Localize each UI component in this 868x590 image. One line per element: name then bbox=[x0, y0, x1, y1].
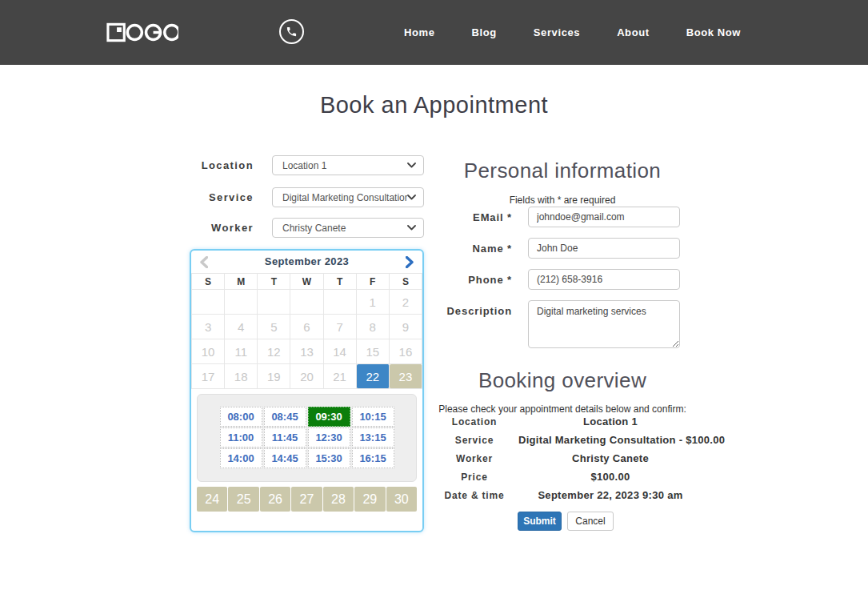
booking-overview-rows: LocationLocation 1ServiceDigital Marketi… bbox=[430, 415, 702, 508]
booking-overview-buttons: Submit Cancel bbox=[518, 512, 614, 531]
time-slot-grid: 08:0008:4509:3010:1511:0011:4512:3013:15… bbox=[220, 407, 394, 468]
calendar-week-row: 12 bbox=[192, 290, 422, 315]
service-row: ServiceDigital Marketing Consultation bbox=[158, 187, 424, 207]
calendar-header: September 2023 bbox=[191, 251, 422, 273]
worker-selected-value: Christy Canete bbox=[282, 223, 407, 234]
calendar-day-18: 18 bbox=[225, 364, 258, 389]
time-slot-14-45[interactable]: 14:45 bbox=[264, 448, 306, 468]
phone-handset-icon bbox=[286, 26, 298, 38]
overview-row-price: Price$100.00 bbox=[430, 471, 702, 483]
time-slot-16-15[interactable]: 16:15 bbox=[352, 448, 394, 468]
nav-link-blog[interactable]: Blog bbox=[472, 26, 497, 38]
calendar-day-3: 3 bbox=[192, 315, 225, 339]
logo-icon bbox=[106, 21, 178, 44]
phone-field[interactable] bbox=[528, 269, 680, 290]
service-label: Service bbox=[158, 191, 254, 203]
location-selected-value: Location 1 bbox=[282, 160, 407, 171]
location-select[interactable]: Location 1 bbox=[272, 155, 424, 175]
service-selected-value: Digital Marketing Consultation bbox=[282, 192, 407, 203]
overview-label-date-time: Date & time bbox=[430, 490, 518, 501]
time-slot-13-15[interactable]: 13:15 bbox=[352, 427, 394, 448]
calendar-week-row: 10111213141516 bbox=[192, 339, 422, 364]
calendar-day-22[interactable]: 22 bbox=[357, 364, 390, 389]
calendar-day-24[interactable]: 24 bbox=[197, 487, 227, 512]
worker-row: WorkerChristy Canete bbox=[158, 218, 424, 238]
phone-row: Phone * bbox=[400, 269, 680, 290]
calendar-weeks: 1234567891011121314151617181920212223 bbox=[192, 290, 422, 389]
time-slot-08-45[interactable]: 08:45 bbox=[264, 407, 306, 427]
overview-value-price: $100.00 bbox=[518, 471, 702, 483]
time-slot-11-45[interactable]: 11:45 bbox=[264, 427, 306, 448]
calendar-day-27[interactable]: 27 bbox=[291, 487, 322, 512]
time-slot-12-30[interactable]: 12:30 bbox=[308, 427, 350, 448]
overview-row-worker: WorkerChristy Canete bbox=[430, 452, 702, 464]
description-row: Description Digital marketing services bbox=[400, 300, 680, 348]
overview-label-worker: Worker bbox=[430, 453, 518, 464]
calendar-day-29[interactable]: 29 bbox=[354, 487, 385, 512]
calendar-day-11: 11 bbox=[225, 339, 258, 364]
main-nav: HomeBlogServicesAboutBook Now bbox=[404, 0, 741, 65]
name-row: Name * bbox=[400, 238, 680, 259]
service-select[interactable]: Digital Marketing Consultation bbox=[272, 187, 424, 207]
nav-link-book-now[interactable]: Book Now bbox=[686, 26, 741, 38]
name-field[interactable] bbox=[528, 238, 680, 259]
email-field[interactable] bbox=[528, 207, 680, 227]
email-row: EMail * bbox=[400, 207, 680, 227]
location-row: LocationLocation 1 bbox=[158, 155, 424, 175]
overview-row-date-time: Date & timeSeptember 22, 2023 9:30 am bbox=[430, 489, 702, 501]
calendar-week-row: 17181920212223 bbox=[192, 364, 422, 389]
time-slot-14-00[interactable]: 14:00 bbox=[220, 448, 262, 468]
location-label: Location bbox=[158, 159, 254, 171]
cancel-button[interactable]: Cancel bbox=[567, 512, 614, 531]
calendar-day-empty bbox=[225, 290, 258, 315]
time-slot-08-00[interactable]: 08:00 bbox=[220, 407, 262, 427]
calendar-day-6: 6 bbox=[290, 315, 323, 339]
name-label: Name * bbox=[400, 238, 512, 259]
nav-link-about[interactable]: About bbox=[617, 26, 650, 38]
weekday-5: F bbox=[357, 274, 390, 290]
time-slot-15-30[interactable]: 15:30 bbox=[308, 448, 350, 468]
calendar-day-17: 17 bbox=[192, 364, 225, 389]
site-header: HomeBlogServicesAboutBook Now bbox=[0, 0, 868, 65]
booking-overview-note: Please check your appointment details be… bbox=[422, 403, 703, 415]
calendar-day-25[interactable]: 25 bbox=[228, 487, 258, 512]
calendar-day-1: 1 bbox=[357, 290, 390, 315]
calendar-day-21: 21 bbox=[324, 364, 357, 389]
time-slot-panel: 08:0008:4509:3010:1511:0011:4512:3013:15… bbox=[197, 394, 417, 482]
required-note: Fields with * are required bbox=[422, 195, 703, 206]
overview-label-service: Service bbox=[430, 435, 518, 446]
description-field[interactable]: Digital marketing services bbox=[528, 300, 680, 348]
submit-button[interactable]: Submit bbox=[518, 512, 562, 531]
time-slot-11-00[interactable]: 11:00 bbox=[220, 427, 262, 448]
booking-page: HomeBlogServicesAboutBook Now Book an Ap… bbox=[0, 0, 868, 590]
nav-link-services[interactable]: Services bbox=[534, 26, 580, 38]
weekday-4: T bbox=[324, 274, 357, 290]
calendar-day-13: 13 bbox=[290, 339, 323, 364]
overview-value-date-time: September 22, 2023 9:30 am bbox=[518, 489, 702, 501]
calendar-day-30[interactable]: 30 bbox=[386, 487, 417, 512]
calendar-day-28[interactable]: 28 bbox=[323, 487, 354, 512]
phone-icon[interactable] bbox=[279, 19, 304, 44]
calendar-day-23[interactable]: 23 bbox=[390, 364, 422, 389]
overview-row-location: LocationLocation 1 bbox=[430, 415, 702, 427]
calendar-day-26[interactable]: 26 bbox=[260, 487, 290, 512]
calendar-day-empty bbox=[290, 290, 323, 315]
worker-label: Worker bbox=[158, 222, 254, 234]
calendar-day-12: 12 bbox=[258, 339, 290, 364]
personal-info-heading: Personal information bbox=[422, 159, 703, 183]
calendar-day-8: 8 bbox=[357, 315, 390, 339]
time-slot-10-15[interactable]: 10:15 bbox=[352, 407, 394, 427]
chevron-down-icon bbox=[407, 195, 416, 200]
nav-link-home[interactable]: Home bbox=[404, 26, 435, 38]
calendar-day-7: 7 bbox=[324, 315, 357, 339]
calendar-day-4: 4 bbox=[225, 315, 258, 339]
overview-value-worker: Christy Canete bbox=[518, 452, 702, 464]
time-slot-09-30[interactable]: 09:30 bbox=[308, 407, 350, 427]
calendar-day-20: 20 bbox=[290, 364, 323, 389]
calendar-day-empty bbox=[258, 290, 290, 315]
logo[interactable] bbox=[106, 21, 178, 44]
overview-label-price: Price bbox=[430, 472, 518, 483]
calendar-month-title: September 2023 bbox=[191, 255, 422, 267]
calendar-day-empty bbox=[324, 290, 357, 315]
calendar-day-10: 10 bbox=[192, 339, 225, 364]
